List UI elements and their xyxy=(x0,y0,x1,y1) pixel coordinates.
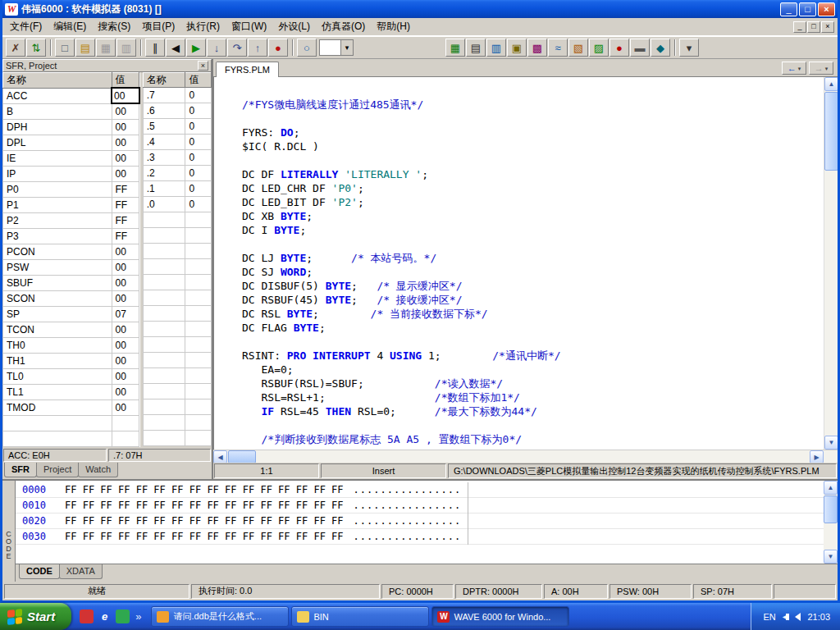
sfr-value-cell[interactable] xyxy=(185,399,212,415)
sfr-name-cell[interactable]: SBUF xyxy=(3,275,112,290)
sfr-value-cell[interactable]: 00 xyxy=(112,275,139,290)
taskbar-task-button[interactable]: 请问.ddb是什么格式... xyxy=(151,606,289,627)
trace-window-icon[interactable]: ▧ xyxy=(568,39,588,57)
sfr-value-cell[interactable]: FF xyxy=(112,228,139,244)
code-line[interactable]: DC DF LITERALLY 'LITERALLY '; xyxy=(242,167,824,181)
tools-icon[interactable]: ✗ xyxy=(6,39,25,57)
sfr-value-cell[interactable] xyxy=(185,431,212,446)
code-line[interactable]: DC SJ WORD; xyxy=(242,265,824,279)
sfr-row[interactable]: TMOD00 xyxy=(3,399,139,415)
sfr-value-cell[interactable]: 0 xyxy=(185,166,212,181)
sfr-value-cell[interactable] xyxy=(185,353,212,368)
code-line[interactable] xyxy=(242,418,824,432)
sfr-value-cell[interactable]: FF xyxy=(112,197,139,212)
sfr-value-cell[interactable]: 07 xyxy=(112,306,139,322)
minimize-button[interactable]: _ xyxy=(780,2,797,16)
sfr-name-cell[interactable]: .6 xyxy=(143,103,185,119)
sfr-name-cell[interactable]: ACC xyxy=(3,88,112,103)
memory-bytes[interactable]: FF FF FF FF FF FF FF FF FF FF FF FF FF F… xyxy=(65,514,344,529)
pause-icon[interactable]: ∥ xyxy=(145,39,165,57)
sfr-name-cell[interactable]: IE xyxy=(3,150,112,166)
sfr-row[interactable]: SBUF00 xyxy=(3,275,139,290)
sfr-value-cell[interactable] xyxy=(185,368,212,384)
run-icon[interactable]: ▶ xyxy=(186,39,206,57)
scroll-up-icon[interactable]: ▲ xyxy=(824,77,838,91)
sfr-row[interactable] xyxy=(3,415,139,431)
timer-icon[interactable]: ○ xyxy=(297,39,317,57)
sfr-name-cell[interactable]: .4 xyxy=(143,135,185,150)
code-area[interactable]: /*FYS微电脑线速度计通过485通讯*/ FYRS: DO;$IC( R.DC… xyxy=(213,77,838,450)
sfr-name-cell[interactable]: .5 xyxy=(143,119,185,135)
sfr-name-cell[interactable] xyxy=(143,259,185,275)
sfr-value-cell[interactable] xyxy=(185,415,212,431)
menu-item[interactable]: 外设(L) xyxy=(272,17,316,36)
sfr-value-cell[interactable]: 00 xyxy=(112,368,139,384)
sfr-row[interactable]: P1FF xyxy=(3,197,139,212)
sfr-row[interactable]: ACC00 xyxy=(3,88,139,103)
mdi-minimize-button[interactable]: _ xyxy=(793,21,806,33)
sfr-row[interactable] xyxy=(143,431,211,446)
sfr-value-cell[interactable] xyxy=(112,431,139,446)
sfr-row[interactable] xyxy=(143,275,211,290)
sfr-value-cell[interactable]: 00 xyxy=(112,384,139,399)
scroll-down-icon[interactable]: ▼ xyxy=(824,550,838,564)
open-file-icon[interactable]: ▤ xyxy=(75,39,95,57)
sfr-row[interactable] xyxy=(143,368,211,384)
close-button[interactable]: × xyxy=(818,2,835,16)
sfr-value-cell[interactable]: 00 xyxy=(112,150,139,166)
sfr-row[interactable] xyxy=(143,259,211,275)
sfr-value-cell[interactable]: 00 xyxy=(112,337,139,353)
more-toolbars-icon[interactable]: ▾ xyxy=(679,39,699,57)
quick-launch-chevron-icon[interactable]: » xyxy=(135,610,141,623)
sfr-name-cell[interactable]: P2 xyxy=(3,212,112,228)
message-window-icon[interactable]: ▬ xyxy=(630,39,650,57)
sfr-value-cell[interactable]: 00 xyxy=(112,322,139,337)
sfr-row[interactable]: .60 xyxy=(143,103,211,119)
sfr-row[interactable]: PSW00 xyxy=(3,259,139,275)
sfr-name-cell[interactable]: TCON xyxy=(3,322,112,337)
code-line[interactable]: DC LJ BYTE; /* 本站号码。*/ xyxy=(242,251,824,265)
sfr-value-cell[interactable] xyxy=(185,337,212,353)
step-over-icon[interactable]: ↷ xyxy=(227,39,247,57)
cpu-window-icon[interactable]: ▦ xyxy=(445,39,465,57)
sfr-name-cell[interactable]: .1 xyxy=(143,181,185,197)
sfr-value-cell[interactable]: 0 xyxy=(185,135,212,150)
editor-vertical-scrollbar[interactable]: ▲ ▼ xyxy=(824,77,838,450)
sfr-name-cell[interactable] xyxy=(143,290,185,306)
sfr-row[interactable]: TH000 xyxy=(3,337,139,353)
breakpoint-list-icon[interactable]: ● xyxy=(609,39,629,57)
sfr-row[interactable] xyxy=(143,212,211,228)
sfr-value-cell[interactable]: 00 xyxy=(112,166,139,181)
sfr-value-cell[interactable] xyxy=(185,384,212,399)
sfr-name-cell[interactable] xyxy=(143,244,185,259)
sfr-name-cell[interactable]: SCON xyxy=(3,290,112,306)
code-line[interactable]: $IC( R.DCL ) xyxy=(242,139,824,153)
sfr-value-cell[interactable]: 00 xyxy=(112,353,139,368)
sfr-value-cell[interactable]: 00 xyxy=(112,88,139,103)
code-line[interactable]: RSBUF(RSL)=SBUF; /*读入数据*/ xyxy=(242,377,824,390)
port-window-icon[interactable]: ▨ xyxy=(589,39,609,57)
sfr-row[interactable]: TCON00 xyxy=(3,322,139,337)
sfr-name-cell[interactable] xyxy=(143,368,185,384)
sfr-name-cell[interactable]: P1 xyxy=(3,197,112,212)
code-line[interactable]: IF RSL=45 THEN RSL=0; /*最大下标数为44*/ xyxy=(242,404,824,418)
sfr-row[interactable]: PCON00 xyxy=(3,244,139,259)
memory-scrollbar[interactable]: ▲ ▼ xyxy=(824,481,838,564)
mdi-restore-button[interactable]: □ xyxy=(807,21,820,33)
sfr-name-cell[interactable]: P0 xyxy=(3,181,112,197)
taskbar-task-button[interactable]: WWAVE 6000 for Windo... xyxy=(431,606,569,627)
stop-icon[interactable]: ◀ xyxy=(166,39,185,57)
language-indicator[interactable]: EN xyxy=(763,612,775,622)
toolbox-icon[interactable]: ◆ xyxy=(651,39,670,57)
sfr-value-cell[interactable]: FF xyxy=(112,212,139,228)
code-line[interactable]: EA=0; xyxy=(242,363,824,377)
sfr-name-cell[interactable]: TH0 xyxy=(3,337,112,353)
sfr-value-cell[interactable] xyxy=(185,306,212,322)
sfr-name-cell[interactable]: P3 xyxy=(3,228,112,244)
sfr-name-cell[interactable] xyxy=(143,399,185,415)
sfr-row[interactable] xyxy=(143,228,211,244)
sfr-name-cell[interactable]: .7 xyxy=(143,88,185,103)
sfr-row[interactable] xyxy=(143,244,211,259)
sfr-row[interactable] xyxy=(143,399,211,415)
sfr-value-cell[interactable]: 0 xyxy=(185,119,212,135)
